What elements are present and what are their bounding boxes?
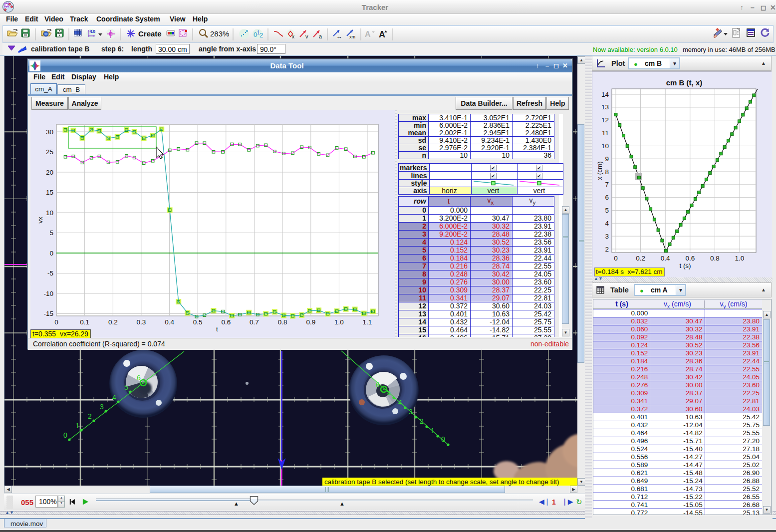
svg-text:3: 3: [409, 408, 413, 416]
svg-text:xm: xm: [349, 34, 355, 39]
svg-text:30: 30: [46, 128, 53, 136]
svg-text:1: 1: [75, 422, 79, 430]
svg-text:-15: -15: [43, 310, 53, 317]
svg-text:10: 10: [601, 142, 609, 150]
svg-text:0.8: 0.8: [710, 255, 720, 262]
svg-text:5: 5: [124, 383, 128, 391]
svg-text:2: 2: [605, 246, 609, 253]
svg-text:t (s): t (s): [679, 262, 691, 269]
svg-text:12: 12: [601, 116, 609, 124]
svg-text:A: A: [365, 30, 371, 38]
svg-text:0.2: 0.2: [636, 255, 645, 262]
svg-text:13: 13: [601, 103, 609, 111]
svg-text:Create: Create: [138, 29, 162, 38]
svg-text:11: 11: [602, 129, 609, 137]
svg-text:x: x: [292, 34, 294, 39]
svg-text:0.9: 0.9: [306, 318, 315, 326]
svg-text:283%: 283%: [210, 29, 229, 38]
svg-text:0.4: 0.4: [165, 318, 174, 326]
svg-text:1.0: 1.0: [334, 318, 344, 326]
svg-text:t: t: [216, 325, 218, 333]
svg-text:0: 0: [441, 435, 445, 443]
svg-text:0.5: 0.5: [193, 318, 203, 326]
svg-text:6: 6: [376, 381, 380, 389]
svg-text:2: 2: [420, 417, 424, 425]
svg-text:-5: -5: [47, 269, 53, 277]
svg-text:2: 2: [88, 412, 92, 420]
svg-text:5: 5: [605, 207, 609, 214]
svg-text:3: 3: [605, 233, 609, 240]
svg-text:4: 4: [398, 398, 402, 406]
svg-text:0.8: 0.8: [278, 318, 287, 326]
svg-text:5: 5: [49, 229, 53, 237]
svg-text:0: 0: [614, 255, 618, 262]
svg-text:↔: ↔: [336, 33, 342, 40]
svg-text:14: 14: [601, 91, 609, 98]
svg-text:10: 10: [46, 209, 53, 217]
svg-text:4: 4: [112, 393, 116, 401]
svg-text:0.4: 0.4: [661, 255, 670, 262]
svg-text:cm B (t, x): cm B (t, x): [666, 78, 703, 87]
svg-text:0.2: 0.2: [108, 318, 118, 326]
svg-text:7: 7: [605, 181, 609, 188]
svg-text:1.1: 1.1: [363, 318, 372, 326]
svg-text:A: A: [379, 29, 385, 39]
svg-text:3: 3: [100, 403, 104, 411]
svg-text:v: v: [305, 33, 308, 39]
svg-text:vx: vx: [36, 217, 44, 224]
svg-text:0.7: 0.7: [250, 318, 259, 326]
svg-text:0.3: 0.3: [137, 318, 146, 326]
svg-text:a: a: [319, 33, 322, 39]
svg-text:6: 6: [137, 374, 141, 382]
svg-text:6: 6: [605, 194, 609, 201]
svg-text:2: 2: [259, 31, 263, 39]
svg-text:1: 1: [431, 427, 435, 435]
svg-text:25: 25: [46, 148, 53, 156]
svg-text:15: 15: [46, 189, 53, 196]
svg-text:0: 0: [54, 318, 58, 326]
svg-text:x (cm): x (cm): [596, 161, 603, 180]
svg-text:+: +: [89, 29, 92, 33]
svg-text:-10: -10: [43, 290, 53, 297]
svg-text:0: 0: [63, 431, 67, 439]
svg-text:0: 0: [49, 250, 53, 257]
svg-text:4: 4: [605, 220, 609, 227]
svg-text:0.6: 0.6: [685, 255, 695, 262]
svg-text:0.1: 0.1: [80, 318, 89, 326]
svg-text:1.0: 1.0: [735, 255, 745, 262]
svg-text:20: 20: [46, 169, 53, 176]
svg-text:9: 9: [605, 155, 609, 163]
svg-text:8: 8: [605, 168, 609, 176]
svg-text:0.6: 0.6: [221, 318, 231, 326]
